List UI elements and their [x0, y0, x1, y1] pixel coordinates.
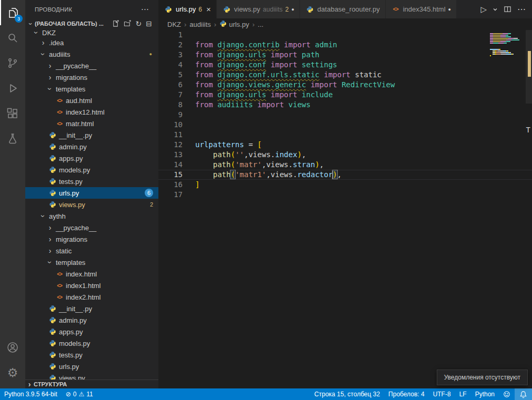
activity-testing-icon[interactable] [0, 126, 25, 151]
cursor-position[interactable]: Строка 15, столбец 32 [310, 388, 384, 400]
eol[interactable]: LF [455, 388, 471, 400]
tree-file-admin.py[interactable]: admin.py [25, 314, 158, 326]
tree-file-index12.html[interactable]: <>index12.html [25, 106, 158, 118]
tree-folder-templates[interactable]: ›templates [25, 257, 158, 268]
tree-file-urls.py[interactable]: urls.py6 [25, 187, 158, 199]
tree-file-index2.html[interactable]: <>index2.html [25, 291, 158, 303]
tree-folder-__pycache__[interactable]: ›__pycache__ [25, 60, 158, 71]
breadcrumb-item[interactable]: urls.py [219, 20, 249, 29]
code-line-9[interactable]: 9 [158, 110, 532, 120]
tree-file-__init__.py[interactable]: __init__.py [25, 129, 158, 141]
error-count: 0 [73, 391, 77, 398]
code-line-8[interactable]: 8from audiiits import views [158, 100, 532, 110]
tree-file-aud.html[interactable]: <>aud.html [25, 95, 158, 106]
tree-file-apps.py[interactable]: apps.py [25, 326, 158, 337]
activity-extensions-icon[interactable] [0, 101, 25, 126]
activity-explorer-icon[interactable]: 3 [0, 0, 25, 25]
tree-file-__init__.py[interactable]: __init__.py [25, 303, 158, 314]
tree-folder-static[interactable]: ›static [25, 245, 158, 257]
overview-ruler [526, 30, 532, 388]
more-actions-button[interactable]: ⋯ [517, 4, 526, 14]
outline-section-header[interactable]: › СТРУКТУРА [25, 380, 158, 388]
notification-toast[interactable]: Уведомления отсутствуют [437, 370, 528, 385]
activity-manage-icon[interactable]: ⚙ [0, 360, 25, 385]
line-number: 1 [158, 30, 183, 40]
minimap[interactable] [490, 32, 524, 58]
code-line-4[interactable]: 4from django.conf import settings [158, 60, 532, 70]
tree-file-tests.py[interactable]: tests.py [25, 349, 158, 361]
code-line-11[interactable]: 11 [158, 130, 532, 140]
tree-folder-migrations[interactable]: ›migrations [25, 71, 158, 83]
code-line-17[interactable]: 17 [158, 190, 532, 200]
encoding[interactable]: UTF-8 [429, 388, 455, 400]
breadcrumb-item[interactable]: DKZ [167, 20, 181, 28]
run-dropdown-button[interactable] [493, 7, 498, 12]
code-editor[interactable]: 12from django.contrib import admin3from … [158, 30, 532, 388]
new-folder-icon[interactable] [124, 19, 132, 28]
code-line-1[interactable]: 1 [158, 30, 532, 40]
line-number: 10 [158, 120, 183, 130]
tab-urls.py[interactable]: urls.py6× [158, 0, 217, 18]
close-tab-icon[interactable]: × [206, 5, 211, 14]
tree-file-views.py[interactable]: views.py2 [25, 199, 158, 210]
tab-index345.html[interactable]: <>index345.html● [386, 0, 457, 18]
html-file-icon: <> [391, 6, 400, 12]
tree-folder-.idea[interactable]: ›.idea [25, 37, 158, 48]
code-line-12[interactable]: 12urlpatterns = [ [158, 140, 532, 150]
tree-folder-DKZ[interactable]: ›DKZ [25, 29, 158, 37]
code-line-5[interactable]: 5from django.conf.urls.static import sta… [158, 70, 532, 80]
tree-folder-__pycache__[interactable]: ›__pycache__ [25, 222, 158, 233]
workspace-section-header[interactable]: › (РАБОЧАЯ ОБЛАСТЬ) ... ↻⊟ [25, 18, 158, 29]
indentation[interactable]: Пробелов: 4 [384, 388, 429, 400]
code-line-6[interactable]: 6from django.views.generic import Redire… [158, 80, 532, 90]
code-line-3[interactable]: 3from django.urls import path [158, 50, 532, 60]
tree-file-models.py[interactable]: models.py [25, 164, 158, 176]
code-line-14[interactable]: 14 path('matr',views.stran), [158, 160, 532, 170]
tree-folder-aythh[interactable]: ›aythh [25, 210, 158, 222]
tab-views.py[interactable]: views.pyaudiiits2● [217, 0, 300, 18]
feedback-smiley-icon[interactable] [499, 388, 515, 400]
tree-file-views.py[interactable]: views.py [25, 372, 158, 380]
tree-folder-templates[interactable]: ›templates [25, 83, 158, 95]
tab-database_roouter.py[interactable]: database_roouter.py [300, 0, 386, 18]
code-line-16[interactable]: 16] [158, 180, 532, 190]
explorer-sidebar: ПРОВОДНИК ⋯ › (РАБОЧАЯ ОБЛАСТЬ) ... ↻⊟ ›… [25, 0, 158, 388]
collapse-all-icon[interactable]: ⊟ [146, 20, 152, 27]
views-more-actions-icon[interactable]: ⋯ [141, 5, 149, 14]
tree-file-tests.py[interactable]: tests.py [25, 176, 158, 187]
notifications-bell-icon[interactable] [515, 388, 532, 400]
split-editor-button[interactable] [504, 5, 511, 13]
code-line-15[interactable]: 15 path('matr1',views.redactor), [158, 170, 532, 180]
code-line-10[interactable]: 10 [158, 120, 532, 130]
refresh-icon[interactable]: ↻ [136, 20, 142, 27]
tree-file-admin.py[interactable]: admin.py [25, 141, 158, 152]
run-button[interactable]: ▷ [480, 5, 487, 14]
tree-item-label: admin.py [59, 316, 87, 324]
tree-file-models.py[interactable]: models.py [25, 337, 158, 349]
tree-file-matr.html[interactable]: <>matr.html [25, 118, 158, 129]
breadcrumb-separator-icon: › [214, 20, 216, 28]
status-bar-left: Python 3.9.5 64-bit ⊘ 0 ⚠ 11 [0, 388, 97, 400]
breadcrumb-item[interactable]: ... [258, 20, 264, 28]
tree-file-apps.py[interactable]: apps.py [25, 152, 158, 164]
breadcrumb-item[interactable]: audiiits [189, 20, 210, 28]
tree-folder-migrations[interactable]: ›migrations [25, 233, 158, 245]
activity-run-debug-icon[interactable] [0, 76, 25, 101]
activity-source-control-icon[interactable] [0, 50, 25, 76]
tree-file-index.html[interactable]: <>index.html [25, 268, 158, 280]
code-line-7[interactable]: 7from django.urls import include [158, 90, 532, 100]
language-mode[interactable]: Python [471, 388, 499, 400]
tree-file-index1.html[interactable]: <>index1.html [25, 280, 158, 291]
new-file-icon[interactable] [112, 19, 119, 28]
python-interpreter[interactable]: Python 3.9.5 64-bit [0, 388, 62, 400]
tree-folder-audiiits[interactable]: ›audiiits● [25, 48, 158, 60]
chevron-down-icon: › [33, 29, 40, 37]
tree-file-urls.py[interactable]: urls.py [25, 361, 158, 372]
dirty-indicator-icon: ● [448, 7, 451, 12]
activity-search-icon[interactable] [0, 25, 25, 50]
code-line-13[interactable]: 13 path('',views.index), [158, 150, 532, 160]
problems-indicator[interactable]: ⊘ 0 ⚠ 11 [62, 388, 97, 400]
chevron-right-icon: › [46, 235, 54, 243]
activity-account-icon[interactable] [0, 335, 25, 360]
code-line-2[interactable]: 2from django.contrib import admin [158, 40, 532, 50]
